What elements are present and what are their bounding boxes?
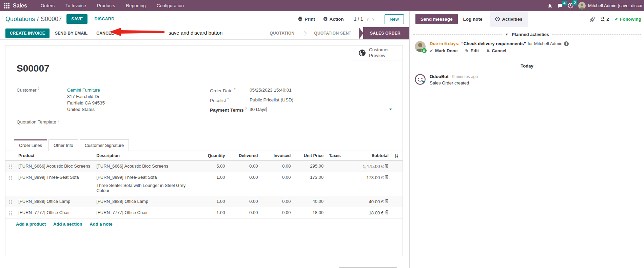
stage-sales-order[interactable]: SALES ORDER (363, 27, 409, 39)
stage-quotation[interactable]: QUOTATION (262, 27, 302, 39)
delete-row-icon[interactable] (385, 164, 389, 168)
breadcrumb-separator: / (37, 16, 39, 23)
message-item: OdooBot - 9 minutes ago Sales Order crea… (410, 72, 644, 88)
divider (489, 11, 489, 27)
user-menu[interactable]: Mitchell Admin (save_discar (578, 2, 643, 9)
dropdown-caret-icon[interactable] (389, 109, 392, 110)
mark-done-button[interactable]: ✔Mark Done (430, 48, 458, 53)
cell-product: [FURN_8888] Office Lamp (16, 196, 94, 207)
print-button[interactable]: Print (295, 15, 318, 24)
customer-name-link[interactable]: Gemini Furniture (67, 88, 105, 93)
nav-item-products[interactable]: Products (93, 0, 119, 11)
col-delivered[interactable]: Delivered (228, 151, 261, 161)
debug-bug-icon[interactable] (547, 3, 552, 8)
order-title: S00007 (17, 63, 50, 74)
order-line-row[interactable]: [FURN_7777] Office Chair [FURN_7777] Off… (5, 207, 403, 218)
annotation-text: save and discard button (169, 30, 222, 36)
create-invoice-button[interactable]: CREATE INVOICE (5, 28, 50, 38)
order-line-row[interactable]: [FURN_8999] Three-Seat Sofa [FURN_8999] … (5, 172, 403, 196)
stage-quotation-sent[interactable]: QUOTATION SENT (307, 27, 359, 39)
text-cursor (267, 107, 267, 112)
delete-row-icon[interactable] (385, 210, 389, 214)
messages-icon[interactable]: 4 (557, 3, 563, 8)
add-section-link[interactable]: Add a section (53, 222, 82, 227)
cell-description: [FURN_8888] Office Lamp (94, 196, 196, 207)
followers-button[interactable]: 2 (600, 17, 609, 22)
order-lines-footer: Add a product Add a section Add a note (5, 218, 403, 230)
edit-activity-button[interactable]: ✎Edit (465, 48, 479, 53)
log-note-button[interactable]: Log note (458, 11, 488, 27)
odoo-sales-screen: Sales Orders To Invoice Products Reporti… (0, 0, 644, 268)
stage-active-arrow-icon (359, 27, 363, 40)
app-name[interactable]: Sales (13, 3, 27, 9)
add-product-link[interactable]: Add a product (16, 222, 46, 227)
breadcrumb-quotations[interactable]: Quotations (5, 16, 35, 23)
col-unit-price[interactable]: Unit Price (293, 151, 326, 161)
field-hint: ? (38, 87, 39, 90)
attachment-paperclip-icon[interactable] (589, 16, 595, 22)
activity-avatar[interactable] (415, 41, 426, 52)
activities-button[interactable]: Activities (490, 11, 528, 27)
customer-preview-button[interactable]: Customer Preview (353, 45, 403, 60)
col-product[interactable]: Product (16, 151, 94, 161)
cell-unit-price: 18.00 (293, 207, 326, 218)
order-line-row[interactable]: [FURN_6666] Acoustic Bloc Screens [FURN_… (5, 161, 403, 172)
col-quantity[interactable]: Quantity (196, 151, 228, 161)
send-by-email-button[interactable]: SEND BY EMAIL (52, 28, 91, 38)
drag-handle-icon[interactable] (9, 211, 12, 215)
payment-terms-label: Payment Terms ? (210, 107, 250, 113)
delete-row-icon[interactable] (385, 175, 389, 179)
nav-item-to-invoice[interactable]: To Invoice (61, 0, 90, 11)
globe-icon (358, 49, 366, 57)
cell-product: [FURN_7777] Office Chair (16, 207, 94, 218)
cell-delivered: 0.00 (228, 196, 261, 207)
nav-item-configuration[interactable]: Configuration (153, 0, 188, 11)
nav-item-reporting[interactable]: Reporting (122, 0, 150, 11)
col-invoiced[interactable]: Invoiced (260, 151, 293, 161)
planned-activities-header[interactable]: ▼ Planned activities (410, 27, 644, 40)
order-line-row[interactable]: [FURN_8888] Office Lamp [FURN_8888] Offi… (5, 196, 403, 207)
payment-terms-input[interactable]: 30 Days (250, 107, 393, 113)
drag-handle-icon[interactable] (9, 164, 12, 169)
add-note-link[interactable]: Add a note (90, 222, 112, 227)
pricelist-value[interactable]: Public Pricelist (USD) (250, 97, 293, 102)
save-button[interactable]: SAVE (66, 14, 87, 24)
drag-handle-icon[interactable] (9, 199, 12, 204)
nav-item-orders[interactable]: Orders (37, 0, 59, 11)
tab-other-info[interactable]: Other Info (48, 139, 78, 151)
following-button[interactable]: ✔ Following (614, 16, 641, 22)
total-box: Total: 1,706.00 € (339, 267, 397, 268)
tab-customer-signature[interactable]: Customer Signature (80, 139, 129, 151)
printer-icon (298, 17, 303, 21)
drag-handle-icon[interactable] (9, 175, 12, 180)
pager-next-icon[interactable]: › (372, 16, 374, 22)
clock-icon (495, 17, 500, 21)
message-author[interactable]: OdooBot (430, 74, 449, 79)
info-icon[interactable]: i (564, 41, 569, 46)
quotation-template-label[interactable]: Quotation Template ? (17, 119, 59, 125)
order-date-value[interactable]: 05/25/2023 15:40:01 (250, 88, 292, 93)
pager-value: 1 / 1 (354, 16, 363, 22)
col-description[interactable]: Description (94, 151, 196, 161)
today-separator: Today (410, 57, 644, 72)
customer-value: Gemini Furniture 317 Fairchild Dr Fairfi… (67, 86, 105, 112)
apps-grid-icon[interactable] (4, 3, 9, 8)
tab-order-lines[interactable]: Order Lines (14, 139, 47, 151)
discard-button[interactable]: DISCARD (92, 14, 117, 24)
activity-assignee: for Mitchell Admin (528, 41, 563, 46)
send-message-button[interactable]: Send message (415, 14, 458, 24)
form-area: Customer Preview S00007 Customer ? Gemin… (0, 40, 409, 268)
optional-columns-icon[interactable] (391, 151, 403, 161)
cancel-activity-button[interactable]: ✖Cancel (486, 48, 506, 53)
action-button[interactable]: ⚙ Action (320, 14, 346, 24)
new-button[interactable]: New (385, 14, 404, 24)
activities-clock-icon[interactable]: 2 (568, 3, 573, 8)
col-taxes[interactable]: Taxes (326, 151, 351, 161)
gear-icon: ⚙ (323, 16, 328, 22)
delete-row-icon[interactable] (385, 199, 389, 203)
col-subtotal[interactable]: Subtotal (351, 151, 391, 161)
pager-prev-icon[interactable]: ‹ (367, 16, 369, 22)
activity-due: Due in 5 days: (430, 41, 460, 46)
cancel-button[interactable]: CANCEL (93, 28, 117, 38)
cell-quantity: 1.00 (196, 207, 228, 218)
